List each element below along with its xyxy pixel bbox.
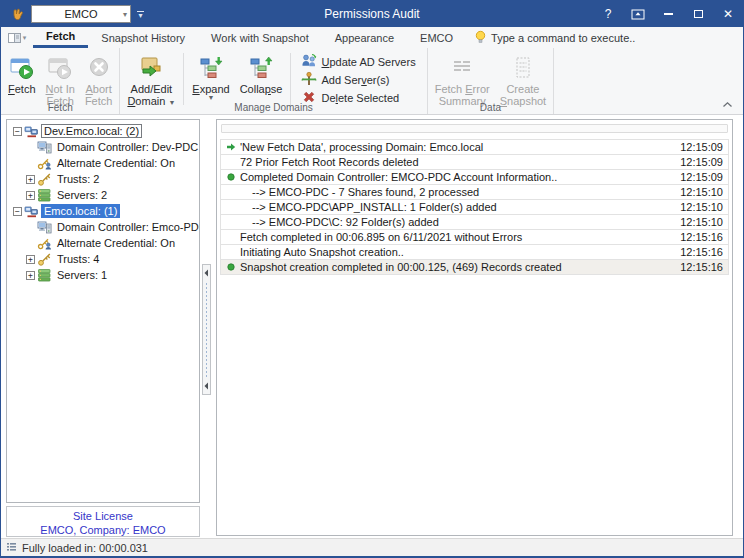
create-snapshot-icon xyxy=(510,53,536,83)
log-message: --> EMCO-PDC\APP_INSTALL: 1 Folder(s) ad… xyxy=(240,201,665,213)
log-message: Snapshot creation completed in 00:00.125… xyxy=(240,261,665,273)
tree-item[interactable]: −Emco.local: (1) xyxy=(7,203,199,219)
license-info: Site License EMCO, Company: EMCO xyxy=(6,506,200,537)
expand-expander-icon[interactable]: + xyxy=(26,271,35,280)
tree-item-label: Servers: 2 xyxy=(54,188,110,202)
command-search-placeholder: Type a command to execute.. xyxy=(491,32,635,44)
combo-dropdown-icon[interactable]: ▾ xyxy=(123,10,127,19)
green-dot-icon xyxy=(226,262,240,272)
log-row[interactable]: Fetch completed in 00:06.895 on 6/11/202… xyxy=(220,229,729,245)
maximize-button[interactable] xyxy=(683,1,713,27)
expand-icon xyxy=(198,53,224,83)
add-edit-domain-label-line1: Add/Edit xyxy=(131,83,173,95)
panel-splitter[interactable] xyxy=(202,264,211,395)
tree-item[interactable]: Alternate Credential: On xyxy=(7,235,199,251)
not-in-fetch-button: Not In Fetch xyxy=(41,50,80,108)
expand-expander-icon[interactable]: + xyxy=(26,175,35,184)
log-row[interactable]: --> EMCO-PDC\C: 92 Folder(s) added12:15:… xyxy=(220,214,729,230)
log-row[interactable]: Initiating Auto Snapshot creation..12:15… xyxy=(220,244,729,260)
collapse-left-arrow-icon[interactable] xyxy=(204,267,209,279)
abort-fetch-label-line1: Abort xyxy=(85,83,111,95)
command-search[interactable]: Type a command to execute.. xyxy=(474,27,635,48)
tree-item[interactable]: +Trusts: 4 xyxy=(7,251,199,267)
collapse-expander-icon[interactable]: − xyxy=(13,207,22,216)
add-edit-domain-button[interactable]: Add/Edit Domain ▼ xyxy=(122,50,180,108)
trusts-icon xyxy=(37,252,54,267)
log-row[interactable]: 'New Fetch Data', processing Domain: Emc… xyxy=(220,139,729,155)
domain-controller-icon xyxy=(37,140,54,155)
tree-item[interactable]: Alternate Credential: On xyxy=(7,155,199,171)
credential-icon xyxy=(37,156,54,171)
tree-item-label: Alternate Credential: On xyxy=(54,236,178,250)
lightbulb-icon xyxy=(474,30,487,46)
collapse-ribbon-button[interactable] xyxy=(722,99,733,110)
log-timestamp: 12:15:10 xyxy=(665,201,723,213)
tree-item[interactable]: +Servers: 1 xyxy=(7,267,199,283)
ribbon-group-data: Fetch Error Summary Create Snapshot Data xyxy=(428,48,555,114)
log-timestamp: 12:15:16 xyxy=(665,246,723,258)
add-servers-label: Add Server(s) xyxy=(321,74,389,86)
tree-item[interactable]: +Trusts: 2 xyxy=(7,171,199,187)
collapse-expander-icon[interactable]: − xyxy=(13,127,22,136)
tree-item[interactable]: Domain Controller: Emco-PDC xyxy=(7,219,199,235)
log-message: --> EMCO-PDC - 7 Shares found, 2 process… xyxy=(240,186,665,198)
tree-item[interactable]: +Servers: 2 xyxy=(7,187,199,203)
minimize-button[interactable] xyxy=(653,1,683,27)
not-in-fetch-label-line1: Not In xyxy=(46,83,75,95)
log-row[interactable]: 72 Prior Fetch Root Records deleted12:15… xyxy=(220,154,729,170)
log-row[interactable]: --> EMCO-PDC\APP_INSTALL: 1 Folder(s) ad… xyxy=(220,199,729,215)
fetch-error-summary-label-line1: Fetch Error xyxy=(435,83,490,95)
green-dot-icon xyxy=(226,172,240,182)
tree-item-label: Servers: 1 xyxy=(54,268,110,282)
fetch-error-summary-button: Fetch Error Summary xyxy=(430,50,495,108)
domain-icon xyxy=(24,124,41,139)
quick-access-combo-value: EMCO xyxy=(32,8,130,20)
customize-quick-access-icon[interactable]: ▾ xyxy=(137,11,144,18)
main-area: −Dev.Emco.local: (2)Domain Controller: D… xyxy=(1,115,743,536)
tree-item-label: Trusts: 2 xyxy=(54,172,102,186)
tab-snapshot-history[interactable]: Snapshot History xyxy=(88,27,198,48)
log-row[interactable]: --> EMCO-PDC - 7 Shares found, 2 process… xyxy=(220,184,729,200)
ribbon-group-manage-domains: Add/Edit Domain ▼ Expand ▼ Collapse xyxy=(120,48,427,114)
expand-button[interactable]: Expand ▼ xyxy=(187,50,234,108)
fetch-error-summary-icon xyxy=(449,53,475,83)
tab-emco[interactable]: EMCO xyxy=(407,27,466,48)
update-ad-servers-button[interactable]: Update AD Servers xyxy=(298,53,418,70)
tab-appearance[interactable]: Appearance xyxy=(322,27,407,48)
log-timestamp: 12:15:16 xyxy=(665,231,723,243)
tree-item[interactable]: −Dev.Emco.local: (2) xyxy=(7,123,199,139)
log-row[interactable]: Snapshot creation completed in 00:00.125… xyxy=(220,259,729,275)
tree-item-label: Dev.Emco.local: (2) xyxy=(41,124,142,138)
create-snapshot-label-line1: Create xyxy=(506,83,539,95)
fetch-log-panel: 'New Fetch Data', processing Domain: Emc… xyxy=(216,119,733,536)
expand-expander-icon[interactable]: + xyxy=(26,191,35,200)
quick-access-combo[interactable]: EMCO ▾ xyxy=(31,5,131,23)
splitter-grip[interactable] xyxy=(205,282,208,377)
tree-item[interactable]: Domain Controller: Dev-PDC xyxy=(7,139,199,155)
add-servers-button[interactable]: Add Server(s) xyxy=(298,71,418,88)
update-ad-servers-icon xyxy=(301,53,317,71)
abort-fetch-icon xyxy=(86,53,112,83)
credential-icon xyxy=(37,236,54,251)
ribbon-display-options-button[interactable] xyxy=(623,1,653,27)
statusbar-icon xyxy=(6,541,17,554)
collapse-button[interactable]: Collapse xyxy=(235,50,288,108)
ribbon-group-label: Fetch xyxy=(1,102,119,114)
app-window: EMCO ▾ ▾ Permissions Audit ? ✕ ▾ FetchSn… xyxy=(0,0,744,558)
green-arrow-icon xyxy=(226,142,240,152)
log-message: Initiating Auto Snapshot creation.. xyxy=(240,246,665,258)
ribbon-group-fetch: Fetch Not In Fetch Abort Fetch F xyxy=(1,48,120,114)
tree-item-label: Emco.local: (1) xyxy=(41,204,120,218)
help-button[interactable]: ? xyxy=(593,1,623,27)
expand-expander-icon[interactable]: + xyxy=(26,255,35,264)
abort-fetch-button: Abort Fetch xyxy=(80,50,118,108)
collapse-left-arrow-icon[interactable] xyxy=(204,380,209,392)
statusbar-text: Fully loaded in: 00:00.031 xyxy=(22,542,148,554)
ribbon-menu-icon[interactable]: ▾ xyxy=(1,27,33,48)
close-button[interactable]: ✕ xyxy=(713,1,743,27)
tab-work-with-snapshot[interactable]: Work with Snapshot xyxy=(198,27,322,48)
log-row[interactable]: Completed Domain Controller: EMCO-PDC Ac… xyxy=(220,169,729,185)
fetch-button[interactable]: Fetch xyxy=(3,50,41,108)
tab-fetch[interactable]: Fetch xyxy=(33,27,88,48)
ribbon-group-label: Data xyxy=(428,102,554,114)
